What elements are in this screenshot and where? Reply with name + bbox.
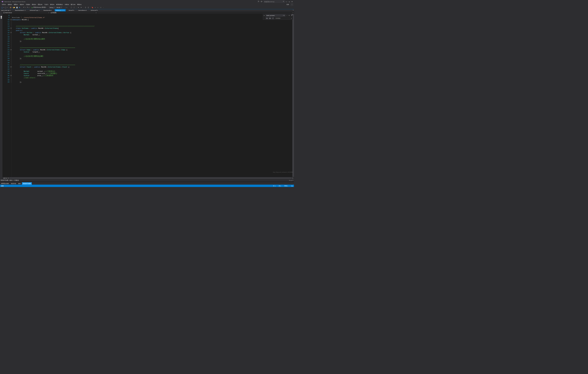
minimize-button[interactable]: — [286, 1, 287, 2]
panel-tab[interactable]: 输出 [17, 182, 22, 185]
document-tab[interactable]: KernelT.h [67, 9, 75, 12]
indent-more-icon[interactable]: ≡ [80, 6, 82, 9]
status-line: 行 1 [273, 185, 275, 187]
toolbar-icon-3[interactable]: ⬚ [73, 6, 75, 9]
document-tab[interactable]: ExKernelT.h [90, 9, 99, 12]
close-button[interactable]: ✕ [291, 1, 293, 2]
project-nav-combo[interactable]: Meshviewer [3, 11, 50, 14]
comment-icon[interactable]: ▯ [84, 6, 87, 9]
menu-item[interactable]: 团队(M) [37, 3, 43, 5]
menu-item[interactable]: 文件(F) [1, 3, 7, 5]
toolbar-icon-1[interactable]: ⬚ [64, 6, 66, 9]
find-close-icon[interactable]: ✕ [288, 15, 290, 16]
project-nav-value: Meshviewer [5, 12, 12, 13]
document-tab[interactable]: ExKernelT.cpp⚲ [29, 9, 40, 12]
find-regex-option[interactable]: •* [272, 17, 274, 19]
find-expand-handle[interactable] [292, 14, 293, 15]
project-icon [3, 12, 5, 13]
document-tab[interactable]: BaseHandle.h [42, 9, 53, 12]
find-scope-dropdown-icon[interactable]: ▾ [291, 17, 293, 19]
menu-item[interactable]: 视图(V) [13, 3, 19, 5]
debug-button-label: 本地 Windows 调试器 [33, 6, 46, 8]
start-debug-button[interactable]: ▶ 本地 Windows 调试器 ▾ [31, 6, 47, 9]
find-expand-icon[interactable]: ▸ [263, 15, 265, 16]
scope-nav-combo[interactable]: (全局范围) [50, 11, 97, 14]
save-icon[interactable]: 💾 [16, 6, 18, 9]
document-tab[interactable]: InternalItems.h [77, 9, 88, 12]
fold-column[interactable]: −−−−−− [10, 14, 12, 177]
menu-item[interactable]: 测试(S) [49, 3, 55, 5]
notification-icon[interactable] [257, 1, 259, 3]
member-nav-combo[interactable] [97, 11, 294, 14]
status-ins: Ins [291, 185, 293, 187]
open-file-icon[interactable]: 📂 [13, 6, 15, 9]
nav-forward-button[interactable]: ◯ [4, 6, 7, 9]
tab-label: MeshInterface.h [15, 10, 24, 11]
bookmark-clear-icon[interactable]: ⊘ [99, 6, 102, 9]
bookmark-icon[interactable]: 🔖 [91, 6, 94, 9]
find-clear-icon[interactable]: ✕ ▾ [283, 15, 285, 16]
svg-line-1 [284, 1, 284, 2]
zoom-combo[interactable]: 100 % ▾ [3, 177, 8, 179]
panel-tab[interactable]: 错误列表 [10, 182, 17, 185]
save-all-icon[interactable]: 🗎 [19, 6, 21, 9]
bookmark-prev-icon[interactable]: ◂ [94, 6, 96, 9]
avatar-icon[interactable] [291, 3, 293, 6]
find-case-option[interactable]: Aa [266, 17, 268, 19]
toolbar-icon-2[interactable]: ⬚ [70, 6, 73, 9]
quick-launch-placeholder: 快速启动 (Ctrl+Q) [264, 1, 274, 3]
feedback-icon[interactable] [261, 1, 263, 3]
pin-icon[interactable]: ⚲ [25, 10, 26, 11]
bookmark-next-icon[interactable]: ▸ [97, 6, 99, 9]
indent-less-icon[interactable]: ≡ [77, 6, 80, 9]
menu-item[interactable]: 窗口(W) [70, 3, 76, 5]
document-tab[interactable]: MeshInterface.h⚲ [14, 9, 27, 12]
find-scope-combo[interactable]: 当前项目 [275, 17, 290, 19]
vertical-scrollbar[interactable] [292, 14, 294, 177]
menu-item[interactable]: 生成(B) [25, 3, 31, 5]
scope-nav-value: (全局范围) [51, 12, 56, 14]
panel-header: 查找符号结果 - 找到 1 个匹配项 ▾ ⬙ ✕ [0, 179, 294, 182]
platform-combo[interactable]: Win32 [56, 6, 62, 9]
menu-item[interactable]: 分析(N) [64, 3, 70, 5]
pin-icon[interactable]: ⚲ [10, 10, 11, 11]
config-combo[interactable]: Debug [49, 6, 55, 9]
find-word-option[interactable]: Abl [269, 17, 271, 19]
panel-tab[interactable]: 查找符号结果 [22, 182, 32, 185]
output-panel: 查找符号结果 - 找到 1 个匹配项 ▾ ⬙ ✕ 调用层次结构错误列表输出查找符… [0, 179, 294, 185]
watermark-text: https://blog.csdn.net/weixin_44210088 [273, 171, 293, 173]
nav-back-button[interactable]: ◯ [1, 6, 3, 9]
horizontal-scrollbar[interactable] [10, 177, 292, 179]
panel-tab[interactable]: 调用层次结构 [0, 182, 10, 185]
code-area[interactable]: #include "../core/InternalItems.h"namesp… [12, 14, 292, 177]
side-tab[interactable]: 工具箱 [0, 16, 2, 17]
menu-item[interactable]: 帮助(H) [76, 3, 82, 5]
document-tab[interactable]: ExItems.h⚲✕ [55, 9, 65, 12]
undo-icon[interactable]: ↶ [23, 6, 25, 9]
menu-item[interactable]: 工具(T) [43, 3, 49, 5]
menu-item[interactable]: 编辑(E) [7, 3, 13, 5]
panel-close-icon[interactable]: ✕ [292, 180, 293, 181]
menu-item[interactable]: 调试(D) [31, 3, 37, 5]
uncomment-icon[interactable]: ▯ [87, 6, 89, 9]
code-editor[interactable]: 8910111213141516171819202122232425262728… [3, 14, 294, 177]
new-project-icon[interactable]: ▥ [10, 6, 12, 9]
panel-dropdown-icon[interactable]: ▾ [289, 180, 290, 181]
document-tab[interactable]: read_write.cpp⚲ [0, 9, 12, 12]
find-input[interactable]: mesh_process ✕ ▾ [266, 14, 285, 17]
menu-item[interactable]: 体系结构(C) [55, 3, 64, 5]
menu-item[interactable]: 项目(P) [19, 3, 25, 5]
maximize-button[interactable]: ▭ [289, 1, 290, 2]
pin-icon[interactable]: ⚲ [39, 10, 40, 11]
tab-close-icon[interactable]: ✕ [63, 10, 64, 11]
quick-launch-input[interactable]: 快速启动 (Ctrl+Q) [263, 0, 285, 3]
config-value: Debug [50, 7, 53, 8]
redo-icon[interactable]: ↷ [26, 6, 29, 9]
find-next-icon[interactable]: → [286, 15, 288, 16]
side-tab[interactable]: 服务器资源管理器 [0, 14, 2, 16]
login-link[interactable]: 登录 [286, 3, 290, 6]
panel-pin-icon[interactable]: ⬙ [291, 180, 292, 181]
tab-label: InternalItems.h [78, 10, 87, 11]
bookmark-last-icon[interactable]: ▫ [102, 6, 105, 9]
pin-icon[interactable]: ⚲ [62, 10, 63, 11]
